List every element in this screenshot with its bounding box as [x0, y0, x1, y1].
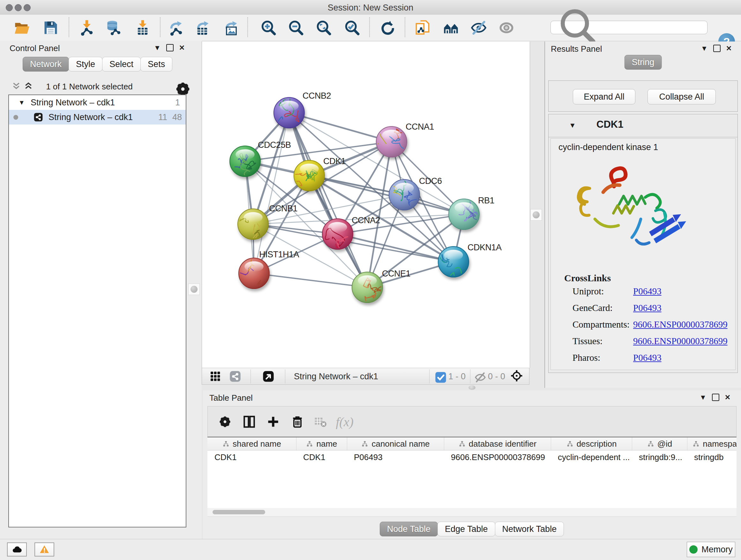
show-columns-icon[interactable] [242, 414, 257, 429]
tab-network[interactable]: Network [23, 57, 69, 71]
houses-icon [443, 19, 459, 36]
node-label-CDC25B: CDC25B [258, 140, 291, 150]
table-row[interactable]: CDK1CDK1P064939606.ENSP00000378699cyclin… [207, 450, 737, 464]
zoom-selected-button[interactable] [343, 19, 361, 37]
duplicate-network-button[interactable] [414, 19, 431, 37]
warnings-button[interactable] [35, 543, 54, 557]
gene-header-row[interactable]: ▼ CDK1 [549, 114, 738, 137]
network-view-canvas[interactable]: CCNB2CCNA1CDC25BCDK1CDC6RB1CCNB1CCNA2CDK… [202, 42, 530, 368]
results-tab-string[interactable]: String [624, 55, 662, 70]
collapse-caret-icon[interactable]: ▼ [569, 121, 576, 130]
table-cell[interactable]: CDK1 [296, 452, 347, 462]
crosslink-link[interactable]: 9606.ENSP00000378699 [633, 336, 728, 347]
panel-close-icon[interactable]: ✕ [726, 45, 732, 52]
grid-view-icon[interactable] [209, 370, 222, 383]
selected-checkbox-icon[interactable] [434, 371, 445, 381]
eye-icon [498, 19, 515, 36]
panel-menu-caret-icon[interactable]: ▼ [699, 394, 706, 401]
zoom-in-icon [260, 19, 277, 36]
network-row-selected[interactable]: String Network – cdk1 11 48 [9, 110, 186, 125]
add-column-icon[interactable] [266, 414, 281, 429]
panel-float-icon[interactable] [713, 45, 721, 52]
share-view-icon[interactable] [229, 370, 242, 383]
scrollbar-thumb[interactable] [212, 510, 265, 514]
results-panel-title: Results Panel [551, 44, 602, 54]
hide-selected-button[interactable] [470, 19, 488, 37]
column-label: namespace [703, 439, 737, 449]
table-cell[interactable]: stringdb [687, 452, 737, 462]
zoom-out-button[interactable] [287, 19, 305, 37]
panel-menu-caret-icon[interactable]: ▼ [701, 45, 708, 52]
panel-collapse-handle[interactable] [188, 284, 200, 295]
zoom-fit-button[interactable] [315, 19, 333, 37]
table-panel-tabs: Node TableEdge TableNetwork Table [203, 522, 741, 537]
memory-button[interactable]: Memory [687, 542, 735, 557]
table-cell[interactable]: stringdb:9... [632, 452, 687, 462]
panel-menu-caret-icon[interactable]: ▼ [154, 44, 161, 51]
fit-selected-crosshair-icon[interactable] [510, 369, 525, 384]
export-table-button[interactable] [194, 19, 212, 37]
splitter-handle[interactable] [468, 385, 475, 390]
control-panel-tabs: NetworkStyleSelectSets [23, 57, 172, 71]
crosslink-label: Compartments: [572, 319, 630, 330]
open-session-button[interactable] [13, 19, 31, 37]
panel-close-icon[interactable]: ✕ [725, 394, 731, 401]
collection-label: String Network – cdk1 [30, 98, 115, 108]
panel-float-icon[interactable] [712, 394, 719, 401]
zoom-selected-icon [344, 19, 360, 36]
table-cell[interactable]: CDK1 [207, 452, 296, 462]
tab-sets[interactable]: Sets [140, 57, 172, 71]
import-network-database-button[interactable] [105, 19, 123, 37]
column-header-namespace[interactable]: namespace [687, 437, 737, 450]
crosslink-link[interactable]: 9606.ENSP00000378699 [633, 319, 728, 330]
network-view-toolbar: String Network – cdk1 1 - 0 0 - 0 [202, 368, 529, 385]
save-floppy-icon [43, 19, 59, 36]
function-builder-icon-disabled: f(x) [337, 414, 352, 429]
tab-style[interactable]: Style [69, 57, 103, 71]
crosslink-link[interactable]: P06493 [633, 286, 662, 297]
first-neighbors-button[interactable] [442, 19, 460, 37]
crosslink-link[interactable]: P06493 [633, 353, 662, 363]
panel-close-icon[interactable]: ✕ [179, 44, 185, 51]
collapse-all-button[interactable]: Collapse All [648, 89, 716, 105]
table-panel: Table Panel ▼ ✕ f(x) shared namenamecano… [203, 390, 741, 539]
panel-collapse-handle[interactable] [530, 209, 542, 221]
tab-network-table[interactable]: Network Table [495, 522, 564, 537]
delete-column-trash-icon[interactable] [290, 414, 305, 429]
column-header-description[interactable]: description [551, 437, 632, 450]
crosslink-link[interactable]: P06493 [633, 303, 662, 313]
panel-float-icon[interactable] [166, 44, 174, 51]
string-network-graph[interactable]: CCNB2CCNA1CDC25BCDK1CDC6RB1CCNB1CCNA2CDK… [202, 42, 529, 368]
search-input[interactable] [603, 23, 707, 33]
save-session-button[interactable] [42, 19, 60, 37]
column-header-name[interactable]: name [296, 437, 347, 450]
table-cell[interactable]: cyclin-dependent ... [551, 452, 632, 462]
table-horizontal-scrollbar[interactable] [207, 508, 737, 516]
column-header-database-identifier[interactable]: database identifier [444, 437, 551, 450]
memory-status-dot-icon [689, 545, 697, 554]
table-cell[interactable]: 9606.ENSP00000378699 [444, 452, 551, 462]
export-image-button[interactable] [222, 19, 240, 37]
table-settings-gear-icon[interactable] [217, 414, 232, 429]
refresh-view-button[interactable] [379, 19, 396, 37]
export-network-button[interactable] [167, 19, 185, 37]
copy-pages-icon [414, 19, 431, 36]
search-field[interactable] [550, 21, 708, 34]
tree-expander-icon[interactable]: ▼ [18, 99, 25, 106]
import-table-button[interactable] [134, 19, 151, 37]
network-collection-row[interactable]: ▼ String Network – cdk1 1 [9, 95, 186, 110]
column-header-canonical-name[interactable]: canonical name [347, 437, 444, 450]
zoom-in-button[interactable] [259, 19, 277, 37]
show-graphics-details-button[interactable] [497, 19, 515, 37]
tab-select[interactable]: Select [102, 57, 141, 71]
tab-edge-table[interactable]: Edge Table [437, 522, 495, 537]
table-cell[interactable]: P06493 [347, 452, 444, 462]
tab-node-table[interactable]: Node Table [380, 522, 438, 537]
cloud-status-button[interactable] [7, 543, 27, 557]
column-header-shared-name[interactable]: shared name [207, 437, 296, 450]
eye-slash-icon [470, 19, 487, 36]
birdseye-view-icon[interactable] [262, 370, 275, 383]
column-header-@id[interactable]: @id [632, 437, 687, 450]
expand-all-button[interactable]: Expand All [573, 89, 635, 105]
import-network-file-button[interactable] [78, 19, 96, 37]
